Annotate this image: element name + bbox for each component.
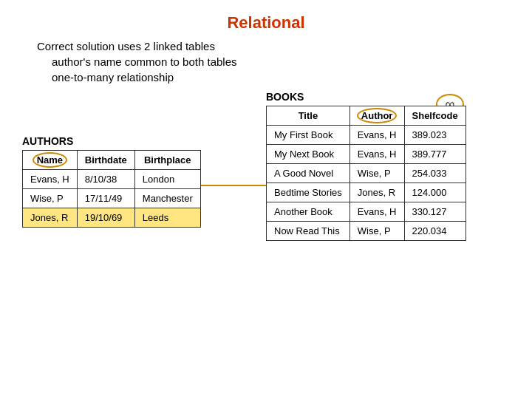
books-row-1: My First Book Evans, H 389.023	[267, 126, 466, 145]
authors-birthdate-3: 19/10/69	[77, 208, 134, 228]
books-title-5: Another Book	[267, 202, 350, 222]
subtitle2: author's name common to both tables	[52, 55, 510, 68]
authors-birthdate-header: Birthdate	[77, 151, 134, 170]
books-author-label: Author	[361, 110, 393, 121]
name-oval-wrapper: Name	[37, 154, 63, 166]
tables-area: 1 ∞ AUTHORS Name Birthdate	[22, 91, 510, 357]
subtitle1: Correct solution uses 2 linked tables	[37, 40, 510, 52]
authors-birthdate-1: 8/10/38	[77, 170, 134, 189]
books-row-3: A Good Novel Wise, P 254.033	[267, 164, 466, 183]
books-title-2: My Next Book	[267, 145, 350, 164]
authors-name-2: Wise, P	[23, 189, 78, 208]
authors-row-3-jones: Jones, R 19/10/69 Leeds	[23, 208, 201, 228]
books-shelfcode-2: 389.777	[404, 145, 466, 164]
books-shelfcode-1: 389.023	[404, 126, 466, 145]
subtitle3: one-to-many relationship	[52, 71, 510, 83]
authors-section: AUTHORS Name Birthdate Birthplace	[22, 135, 201, 228]
books-row-5: Another Book Evans, H 330.127	[267, 202, 466, 222]
books-shelfcode-3: 254.033	[404, 164, 466, 183]
books-author-4: Jones, R	[349, 183, 404, 202]
books-shelfcode-4: 124.000	[404, 183, 466, 202]
books-shelfcode-6: 220.034	[404, 222, 466, 241]
page-title: Relational	[22, 13, 510, 33]
authors-name-header: Name	[23, 151, 78, 170]
books-author-2: Evans, H	[349, 145, 404, 164]
authors-birthplace-3: Leeds	[134, 208, 200, 228]
authors-table: Name Birthdate Birthplace Evans, H 8/10/…	[22, 150, 201, 228]
books-title-4: Bedtime Stories	[267, 183, 350, 202]
books-table: Title Author Shelfcode My First Book	[266, 106, 466, 241]
authors-row-1: Evans, H 8/10/38 London	[23, 170, 201, 189]
authors-birthplace-1: London	[134, 170, 200, 189]
authors-birthdate-2: 17/11/49	[77, 189, 134, 208]
books-author-1: Evans, H	[349, 126, 404, 145]
authors-name-label: Name	[37, 154, 63, 166]
authors-label: AUTHORS	[22, 135, 201, 147]
books-title-header: Title	[267, 106, 350, 126]
books-title-1: My First Book	[267, 126, 350, 145]
books-section: BOOKS Title Author Shelfcode	[266, 91, 466, 241]
books-author-5: Evans, H	[349, 202, 404, 222]
books-title-6: Now Read This	[267, 222, 350, 241]
books-shelfcode-5: 330.127	[404, 202, 466, 222]
books-row-2: My Next Book Evans, H 389.777	[267, 145, 466, 164]
books-author-3: Wise, P	[349, 164, 404, 183]
books-row-6: Now Read This Wise, P 220.034	[267, 222, 466, 241]
books-author-header: Author	[349, 106, 404, 126]
authors-name-3: Jones, R	[23, 208, 78, 228]
books-row-4: Bedtime Stories Jones, R 124.000	[267, 183, 466, 202]
author-oval-wrapper: Author	[361, 110, 393, 121]
authors-birthplace-header: Birthplace	[134, 151, 200, 170]
books-label: BOOKS	[266, 91, 466, 103]
authors-birthplace-2: Manchester	[134, 189, 200, 208]
books-shelfcode-header: Shelfcode	[404, 106, 466, 126]
books-author-6: Wise, P	[349, 222, 404, 241]
books-title-3: A Good Novel	[267, 164, 350, 183]
authors-row-2: Wise, P 17/11/49 Manchester	[23, 189, 201, 208]
authors-name-1: Evans, H	[23, 170, 78, 189]
page-container: Relational Correct solution uses 2 linke…	[0, 0, 532, 370]
